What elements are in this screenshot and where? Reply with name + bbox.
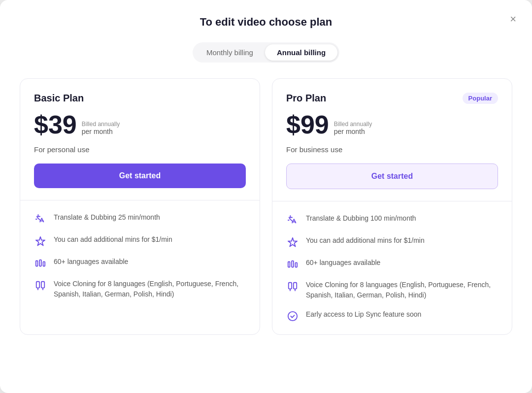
pro-feature-lipsync: Early access to Lip Sync feature soon [306, 309, 421, 320]
sparkle-icon [286, 236, 299, 249]
basic-features: Translate & Dubbing 25 min/month You can… [20, 200, 260, 311]
monthly-billing-option[interactable]: Monthly billing [195, 44, 265, 61]
pro-feature-languages: 60+ languages available [306, 258, 380, 268]
svg-rect-0 [36, 261, 38, 266]
translate-icon [34, 213, 47, 226]
basic-feature-translate: Translate & Dubbing 25 min/month [54, 212, 160, 223]
pro-plan-card: Pro Plan Popular $99 Billed annually per… [272, 78, 512, 335]
pro-subtitle: For business use [286, 145, 498, 154]
annual-billing-option[interactable]: Annual billing [265, 44, 337, 61]
pro-get-started-button[interactable]: Get started [286, 164, 498, 189]
svg-rect-4 [41, 282, 44, 288]
svg-rect-8 [292, 261, 294, 267]
basic-feature-addons: You can add additional mins for $1/min [54, 234, 172, 245]
pro-price-detail: Billed annually per month [334, 121, 372, 137]
pro-feature-voice: Voice Cloning for 8 languages (English, … [306, 280, 498, 300]
voice-icon [286, 280, 299, 293]
pricing-modal: To edit video choose plan × Monthly bill… [0, 0, 532, 393]
translate-icon [286, 214, 299, 227]
check-circle-icon [286, 310, 299, 323]
svg-rect-11 [294, 283, 297, 289]
feature-item: 60+ languages available [34, 257, 246, 270]
feature-item: Voice Cloning for 8 languages (English, … [34, 279, 246, 299]
sparkle-icon [34, 235, 47, 248]
pro-price: $99 [286, 112, 329, 137]
modal-header: To edit video choose plan [20, 16, 512, 29]
close-button[interactable]: × [508, 12, 518, 27]
pro-per-month: per month [334, 128, 372, 135]
basic-plan-top: Basic Plan $39 Billed annually per month… [20, 79, 260, 200]
basic-price-row: $39 Billed annually per month [34, 112, 246, 137]
basic-plan-name: Basic Plan [34, 93, 84, 104]
languages-icon [286, 258, 299, 271]
basic-plan-card: Basic Plan $39 Billed annually per month… [20, 78, 260, 335]
pro-feature-addons: You can add additional mins for $1/min [306, 235, 425, 246]
billing-toggle: Monthly billing Annual billing [20, 42, 512, 63]
svg-rect-3 [36, 282, 39, 288]
basic-per-month: per month [82, 128, 120, 135]
languages-icon [34, 257, 47, 270]
billing-toggle-inner: Monthly billing Annual billing [193, 42, 339, 63]
pro-plan-name-row: Pro Plan Popular [286, 93, 498, 104]
svg-rect-7 [288, 262, 290, 267]
basic-price: $39 [34, 112, 77, 137]
feature-item: Early access to Lip Sync feature soon [286, 309, 498, 323]
pro-price-row: $99 Billed annually per month [286, 112, 498, 137]
basic-feature-voice: Voice Cloning for 8 languages (English, … [54, 279, 246, 299]
basic-price-detail: Billed annually per month [82, 121, 120, 137]
feature-item: You can add additional mins for $1/min [286, 235, 498, 249]
svg-rect-1 [39, 260, 41, 266]
feature-item: Voice Cloning for 8 languages (English, … [286, 280, 498, 300]
pro-feature-translate: Translate & Dubbing 100 min/month [306, 213, 416, 224]
basic-get-started-button[interactable]: Get started [34, 164, 246, 188]
plans-container: Basic Plan $39 Billed annually per month… [20, 78, 512, 335]
popular-badge: Popular [463, 93, 498, 104]
feature-item: 60+ languages available [286, 258, 498, 271]
voice-icon [34, 279, 47, 292]
feature-item: Translate & Dubbing 100 min/month [286, 213, 498, 227]
svg-rect-9 [296, 262, 298, 267]
pro-plan-name: Pro Plan [286, 93, 326, 104]
svg-rect-10 [289, 283, 292, 289]
feature-item: You can add additional mins for $1/min [34, 234, 246, 248]
basic-feature-languages: 60+ languages available [54, 257, 128, 267]
pro-features: Translate & Dubbing 100 min/month You ca… [272, 201, 512, 334]
pro-plan-top: Pro Plan Popular $99 Billed annually per… [272, 79, 512, 201]
pro-billed-text: Billed annually [334, 121, 372, 128]
feature-item: Translate & Dubbing 25 min/month [34, 212, 246, 226]
svg-point-14 [288, 312, 297, 321]
basic-plan-name-row: Basic Plan [34, 93, 246, 104]
svg-rect-2 [43, 262, 45, 266]
modal-title: To edit video choose plan [20, 16, 512, 29]
basic-subtitle: For personal use [34, 145, 246, 154]
basic-billed-text: Billed annually [82, 121, 120, 128]
